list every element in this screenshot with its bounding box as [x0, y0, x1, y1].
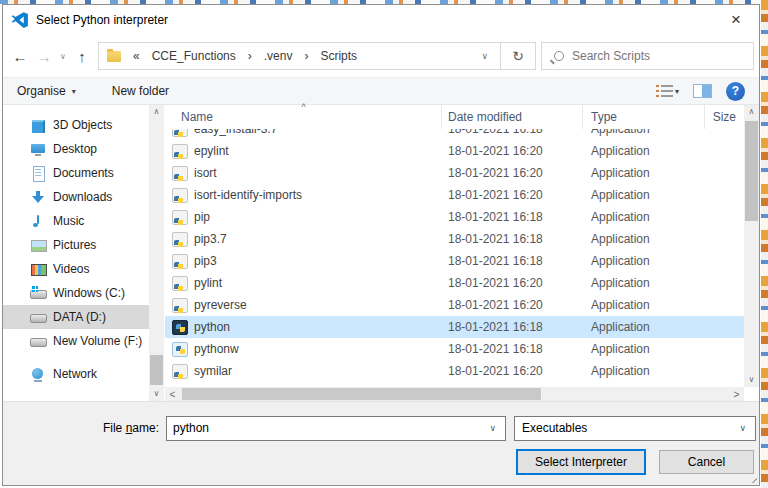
sidebar-item-icon [30, 261, 46, 277]
file-row[interactable]: symilar 18-01-2021 16:20 Application [165, 360, 744, 382]
file-name: easy_install-3.7 [194, 129, 277, 136]
column-header-name[interactable]: Name [165, 105, 442, 129]
file-type: Application [583, 188, 705, 202]
sidebar-scroll-thumb[interactable] [150, 355, 163, 385]
file-name: symilar [194, 364, 232, 378]
file-row[interactable]: pip3 18-01-2021 16:18 Application [165, 250, 744, 272]
file-row[interactable]: pip3.7 18-01-2021 16:18 Application [165, 228, 744, 250]
organise-button[interactable]: Organise [17, 84, 66, 98]
back-icon[interactable]: ← [8, 48, 32, 65]
file-row[interactable]: isort-identify-imports 18-01-2021 16:20 … [165, 184, 744, 206]
list-horizontal-scroll-thumb[interactable] [182, 388, 541, 400]
list-scroll-up-icon[interactable]: ∧ [744, 105, 759, 119]
file-name-input[interactable] [167, 421, 480, 435]
file-icon [172, 129, 188, 137]
file-row[interactable]: pylint 18-01-2021 16:20 Application [165, 272, 744, 294]
file-date-modified: 18-01-2021 16:18 [442, 342, 583, 356]
file-date-modified: 18-01-2021 16:20 [442, 188, 583, 202]
breadcrumb-segment[interactable]: .venv [258, 49, 299, 63]
file-rows: easy_install-3.7 18-01-2021 16:18 Applic… [165, 129, 744, 382]
sidebar-item-icon [30, 189, 46, 205]
breadcrumb-segment[interactable]: CCE_Functions [146, 49, 242, 63]
sidebar-item[interactable]: Windows (C:) [3, 281, 149, 305]
file-row[interactable]: easy_install-3.7 18-01-2021 16:18 Applic… [165, 129, 744, 140]
file-icon [172, 232, 188, 247]
address-bar[interactable]: «CCE_Functions›.venv›Scripts ∨ [98, 42, 501, 70]
file-type: Application [583, 129, 705, 136]
sidebar-item[interactable]: Desktop [3, 137, 149, 161]
breadcrumb-segment[interactable]: › [298, 49, 314, 63]
file-row[interactable]: pip 18-01-2021 16:18 Application [165, 206, 744, 228]
file-icon [172, 298, 188, 313]
resize-grip[interactable] [748, 474, 757, 483]
sidebar-item-label: Pictures [53, 238, 96, 252]
sidebar-item[interactable]: Downloads [3, 185, 149, 209]
sidebar-item-label: 3D Objects [53, 118, 112, 132]
sidebar-item[interactable]: DATA (D:) [3, 305, 149, 329]
view-caret-icon: ▾ [675, 87, 679, 96]
list-vertical-scroll-thumb[interactable] [745, 121, 758, 221]
preview-pane-icon[interactable] [693, 84, 712, 98]
column-header-date-modified[interactable]: Date modified [442, 105, 583, 129]
file-row[interactable]: pyreverse 18-01-2021 16:20 Application [165, 294, 744, 316]
navigation-pane: 3D Objects Desktop Documents Downloads [3, 105, 149, 401]
list-horizontal-scrollbar[interactable]: < > [165, 387, 744, 401]
file-row[interactable]: pythonw 18-01-2021 16:18 Application [165, 338, 744, 360]
file-name: isort-identify-imports [194, 188, 302, 202]
column-header-type[interactable]: Type [583, 105, 705, 129]
file-icon [172, 276, 188, 291]
sidebar-item[interactable]: Music [3, 209, 149, 233]
file-icon [172, 320, 188, 335]
column-header-size[interactable]: Size [705, 105, 744, 129]
sidebar-item[interactable]: Network [3, 362, 149, 386]
up-icon[interactable]: ↑ [70, 48, 94, 65]
file-row[interactable]: epylint 18-01-2021 16:20 Application [165, 140, 744, 162]
sidebar-scrollbar[interactable]: ∧ ∨ [149, 105, 164, 401]
file-name-combobox[interactable]: ∨ [166, 416, 506, 441]
sidebar-item-label: Windows (C:) [53, 286, 125, 300]
close-icon[interactable]: × [721, 6, 751, 34]
cancel-button[interactable]: Cancel [659, 450, 754, 474]
recent-locations-chevron-icon[interactable]: ∨ [56, 52, 70, 61]
sidebar-item-label: Desktop [53, 142, 97, 156]
help-icon[interactable]: ? [726, 82, 745, 101]
file-row[interactable]: python 18-01-2021 16:18 Application [165, 316, 744, 338]
file-name: isort [194, 166, 217, 180]
list-scroll-left-icon[interactable]: < [165, 389, 180, 400]
sidebar-scroll-up-icon[interactable]: ∧ [149, 105, 164, 119]
breadcrumb-segment[interactable]: « [127, 49, 146, 63]
dialog-footer: File name: ∨ Executables ∨ Select Interp… [3, 401, 759, 485]
sidebar-item-label: DATA (D:) [53, 310, 106, 324]
new-folder-button[interactable]: New folder [112, 84, 169, 98]
file-name-chevron-icon[interactable]: ∨ [480, 423, 505, 433]
breadcrumb-segment[interactable]: › [242, 49, 258, 63]
file-type: Application [583, 276, 705, 290]
file-row[interactable]: isort 18-01-2021 16:20 Application [165, 162, 744, 184]
view-mode-button[interactable]: ▾ [657, 85, 679, 98]
list-vertical-scrollbar[interactable]: ∧ ∨ [744, 105, 759, 387]
breadcrumb-segment[interactable]: Scripts [314, 49, 363, 63]
sidebar-item[interactable]: 3D Objects [3, 113, 149, 137]
sidebar-scroll-down-icon[interactable]: ∨ [149, 387, 164, 401]
search-icon [554, 51, 564, 61]
list-scroll-down-icon[interactable]: ∨ [744, 373, 759, 387]
sidebar-item-icon [30, 117, 46, 133]
sidebar-item[interactable]: Documents [3, 161, 149, 185]
column-headers: ^ Name Date modified Type Size [165, 105, 744, 129]
address-dropdown-chevron-icon[interactable]: ∨ [473, 51, 496, 61]
forward-icon[interactable]: → [32, 48, 56, 65]
sidebar-item[interactable]: New Volume (F:) [3, 329, 149, 353]
sidebar-item-label: Downloads [53, 190, 112, 204]
search-box[interactable] [541, 42, 754, 70]
sidebar-item[interactable]: Pictures [3, 233, 149, 257]
list-scroll-right-icon[interactable]: > [729, 389, 744, 400]
file-type-filter-select[interactable]: Executables ∨ [514, 416, 756, 441]
select-interpreter-button[interactable]: Select Interpreter [516, 449, 646, 475]
refresh-button[interactable]: ↻ [501, 42, 536, 70]
file-name: pylint [194, 276, 222, 290]
search-input[interactable] [572, 49, 722, 63]
sidebar-item[interactable]: Videos [3, 257, 149, 281]
filter-chevron-icon: ∨ [730, 423, 755, 433]
sidebar-item-icon [30, 285, 46, 301]
file-type: Application [583, 342, 705, 356]
